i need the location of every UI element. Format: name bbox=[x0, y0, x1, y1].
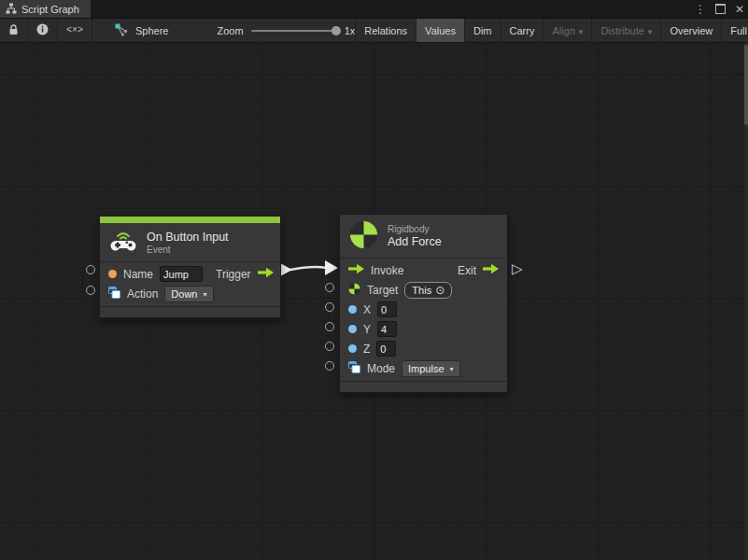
tab-script-graph[interactable]: Script Graph bbox=[0, 0, 91, 18]
close-icon[interactable]: ✕ bbox=[735, 4, 744, 15]
chevron-down-icon: ▾ bbox=[203, 290, 206, 299]
exit-flow-outline-icon[interactable]: ▷ bbox=[512, 261, 523, 275]
distribute-button: Distribute ▾ bbox=[592, 19, 661, 42]
tab-title: Script Graph bbox=[21, 4, 79, 15]
info-icon bbox=[36, 23, 49, 37]
target-row: Target This ⊙ bbox=[340, 280, 507, 300]
align-label: Align bbox=[552, 25, 574, 36]
target-label: Target bbox=[367, 284, 398, 297]
event-node-footer bbox=[100, 306, 280, 317]
carry-label: Carry bbox=[510, 25, 535, 36]
vertical-scrollbar[interactable] bbox=[744, 43, 748, 560]
invoke-row: Invoke Exit bbox=[340, 260, 507, 280]
y-input[interactable] bbox=[377, 321, 397, 337]
fullscreen-label: Full Screen bbox=[730, 25, 748, 36]
port-circle-z[interactable] bbox=[325, 342, 334, 351]
rigidbody-icon bbox=[349, 220, 378, 252]
port-circle-target[interactable] bbox=[325, 283, 334, 292]
window-menu-icon[interactable]: ⋮ bbox=[695, 4, 706, 15]
exit-label: Exit bbox=[458, 264, 476, 277]
chevron-down-icon: ▾ bbox=[648, 27, 653, 36]
enum-port-icon[interactable] bbox=[108, 287, 120, 301]
code-icon: <×> bbox=[66, 25, 83, 35]
values-label: Values bbox=[425, 25, 456, 36]
port-circle-name[interactable] bbox=[86, 265, 95, 274]
lock-button[interactable] bbox=[0, 19, 28, 42]
carry-button[interactable]: Carry bbox=[501, 19, 544, 42]
port-circle-y[interactable] bbox=[325, 322, 334, 331]
x-input[interactable] bbox=[377, 301, 397, 317]
node-add-force[interactable]: Rigidbody Add Force Invoke Exit bbox=[339, 214, 508, 393]
z-row: Z bbox=[340, 339, 507, 358]
maximize-icon[interactable] bbox=[715, 4, 726, 14]
lock-icon bbox=[8, 24, 19, 37]
align-button: Align ▾ bbox=[543, 19, 592, 42]
action-label: Action bbox=[127, 287, 158, 301]
target-object-chip[interactable]: This ⊙ bbox=[404, 282, 452, 299]
zoom-slider[interactable] bbox=[251, 30, 337, 32]
vertical-scrollbar-thumb[interactable] bbox=[744, 45, 748, 125]
zoom-value: 1x bbox=[345, 25, 356, 36]
action-dropdown[interactable]: Down ▾ bbox=[164, 286, 213, 302]
relations-button[interactable]: Relations bbox=[356, 19, 416, 42]
trigger-flow-arrow-icon[interactable] bbox=[258, 267, 274, 281]
zoom-label: Zoom bbox=[218, 25, 244, 36]
gamepad-icon bbox=[109, 229, 137, 256]
edit-graph-button[interactable]: <×> bbox=[58, 19, 92, 42]
distribute-label: Distribute bbox=[600, 25, 643, 36]
invoke-flow-arrow-icon[interactable] bbox=[348, 263, 364, 277]
graph-name-label: Sphere bbox=[135, 25, 168, 36]
wire-start-arrow bbox=[281, 264, 292, 276]
force-node-header[interactable]: Rigidbody Add Force bbox=[340, 215, 507, 258]
event-name-row: Name Trigger bbox=[100, 264, 280, 284]
force-node-category: Rigidbody bbox=[388, 224, 442, 234]
float-port-icon[interactable] bbox=[348, 344, 357, 353]
name-input[interactable] bbox=[160, 266, 203, 282]
trigger-label: Trigger bbox=[216, 268, 251, 281]
chevron-down-icon: ▾ bbox=[579, 27, 584, 36]
graph-reference[interactable]: Sphere bbox=[92, 19, 177, 42]
chevron-down-icon: ▾ bbox=[450, 365, 454, 373]
event-node-title: On Button Input bbox=[147, 231, 229, 244]
mode-row: Mode Impulse ▾ bbox=[340, 358, 507, 378]
string-port-icon[interactable] bbox=[108, 270, 117, 278]
graph-toolbar: <×> Sphere Zoom 1x Relations bbox=[0, 18, 748, 43]
dim-button[interactable]: Dim bbox=[465, 19, 501, 42]
float-port-icon[interactable] bbox=[348, 325, 357, 333]
node-on-button-input[interactable]: On Button Input Event Name Trigger bbox=[99, 216, 281, 318]
wire-path[interactable] bbox=[290, 267, 327, 270]
z-label: Z bbox=[363, 343, 370, 356]
overview-label: Overview bbox=[670, 25, 713, 36]
fullscreen-button[interactable]: Full Screen bbox=[722, 19, 748, 42]
window-controls: ⋮ ✕ bbox=[695, 0, 744, 18]
mode-label: Mode bbox=[367, 362, 395, 375]
values-button[interactable]: Values bbox=[416, 19, 465, 42]
rigidbody-port-icon[interactable] bbox=[348, 283, 360, 298]
y-label: Y bbox=[363, 323, 371, 336]
zoom-control: Zoom 1x bbox=[178, 19, 356, 42]
event-node-header[interactable]: On Button Input Event bbox=[100, 223, 280, 261]
overview-button[interactable]: Overview bbox=[661, 19, 722, 42]
zoom-slider-handle[interactable] bbox=[332, 26, 341, 35]
script-graph-window: Script Graph ⋮ ✕ bbox=[0, 0, 748, 560]
relations-label: Relations bbox=[364, 25, 407, 36]
float-port-icon[interactable] bbox=[348, 305, 357, 314]
port-circle-x[interactable] bbox=[325, 302, 334, 312]
dim-label: Dim bbox=[473, 25, 492, 36]
enum-port-icon[interactable] bbox=[348, 361, 360, 376]
exit-flow-arrow-icon[interactable] bbox=[483, 263, 499, 277]
port-circle-action[interactable] bbox=[86, 286, 95, 295]
target-value: This bbox=[412, 285, 431, 296]
mode-dropdown[interactable]: Impulse ▾ bbox=[402, 360, 460, 377]
force-node-footer bbox=[340, 381, 507, 392]
graph-canvas[interactable]: On Button Input Event Name Trigger bbox=[0, 43, 748, 560]
port-circle-mode[interactable] bbox=[325, 361, 334, 371]
y-row: Y bbox=[340, 319, 507, 339]
graph-hierarchy-icon bbox=[6, 3, 17, 16]
invoke-label: Invoke bbox=[371, 264, 403, 277]
info-button[interactable] bbox=[28, 19, 58, 42]
event-action-row: Action Down ▾ bbox=[100, 284, 280, 303]
mode-value: Impulse bbox=[408, 363, 445, 374]
z-input[interactable] bbox=[376, 341, 396, 357]
object-picker-icon: ⊙ bbox=[435, 285, 445, 296]
